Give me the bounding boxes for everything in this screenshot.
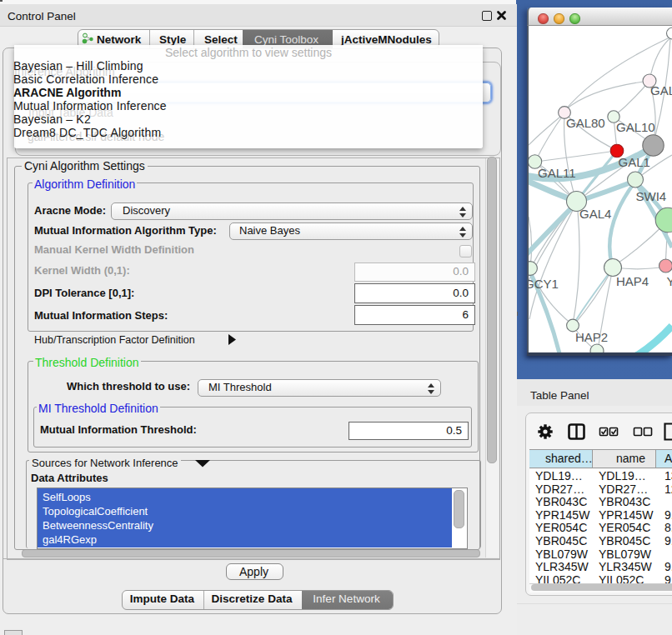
svg-text:GAL11: GAL11 xyxy=(538,166,576,180)
svg-text:GAL7: GAL7 xyxy=(650,83,672,98)
svg-text:HAP4: HAP4 xyxy=(616,274,649,288)
svg-text:GAL1: GAL1 xyxy=(619,155,650,169)
svg-text:GAL10: GAL10 xyxy=(616,120,655,134)
svg-text:GAL80: GAL80 xyxy=(566,116,605,130)
svg-text:HAP2: HAP2 xyxy=(575,330,608,344)
svg-text:SWI4: SWI4 xyxy=(636,189,667,203)
svg-text:Y: Y xyxy=(667,274,672,288)
svg-text:GAL4: GAL4 xyxy=(579,207,611,221)
svg-text:GCY1: GCY1 xyxy=(529,277,559,291)
